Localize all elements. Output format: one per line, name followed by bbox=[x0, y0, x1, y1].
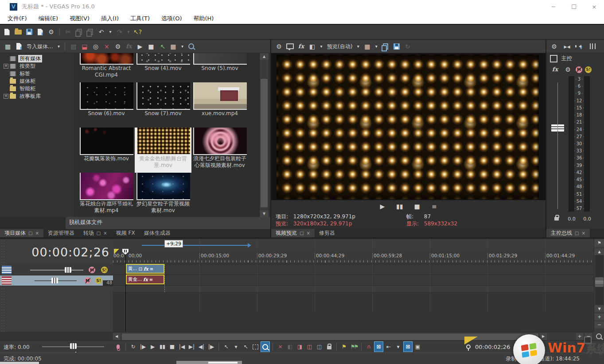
video-output-fx-icon[interactable]: fx bbox=[296, 41, 306, 52]
tab-转场[interactable]: 转场□× bbox=[79, 229, 112, 237]
remove-media-icon[interactable]: × bbox=[101, 41, 112, 52]
media-grid-scrollbar[interactable]: ▲ ▼ bbox=[259, 53, 269, 217]
master-solo-icon[interactable]: S! bbox=[585, 66, 592, 73]
lock-event-icon[interactable] bbox=[324, 341, 334, 352]
media-item[interactable]: 黄金金色炫酷舞台背景.mov bbox=[135, 128, 191, 173]
trim-end-icon[interactable]: ◨ bbox=[295, 341, 304, 352]
master-fader-handle[interactable] bbox=[551, 124, 564, 132]
selection-edit-tool-icon[interactable] bbox=[251, 341, 260, 352]
capture-video-icon[interactable]: ⬓ bbox=[79, 41, 90, 52]
media-item[interactable]: xue.mov.mp4 bbox=[191, 82, 248, 128]
preview-settings-icon[interactable]: ⚙ bbox=[274, 41, 284, 52]
audio-track-lane[interactable] bbox=[113, 275, 594, 286]
paste-icon[interactable] bbox=[85, 27, 95, 37]
media-thumbnail[interactable] bbox=[80, 173, 133, 200]
video-track-level-slider[interactable] bbox=[65, 267, 71, 273]
audio-track-volume-slider[interactable] bbox=[51, 278, 58, 283]
scrollbar-thumb[interactable] bbox=[261, 79, 268, 207]
media-bins-icon[interactable]: ▦ bbox=[3, 41, 13, 52]
media-thumbnail[interactable] bbox=[193, 128, 247, 155]
hscroll-right-icon[interactable]: ▶ bbox=[540, 333, 547, 340]
preview-quality-dropdown[interactable]: ▾ bbox=[355, 41, 361, 52]
track-scrollbar[interactable] bbox=[595, 255, 604, 305]
tab-媒体生成器[interactable]: 媒体生成器 bbox=[140, 229, 175, 237]
preview-menu-icon[interactable]: ≡ bbox=[429, 201, 440, 212]
cursor-time-value[interactable]: 00:00:02;26 bbox=[475, 344, 510, 350]
hscroll-thumb[interactable] bbox=[122, 333, 538, 340]
close-button[interactable]: × bbox=[591, 4, 598, 10]
tree-item-4[interactable]: 智能柜 bbox=[0, 85, 74, 93]
clip-fx-icon[interactable]: fx bbox=[143, 277, 148, 282]
open-project-icon[interactable] bbox=[13, 27, 23, 37]
track-scroll-up-icon[interactable]: ▲ bbox=[594, 248, 604, 255]
pause-icon[interactable]: ▮▮ bbox=[158, 341, 167, 352]
media-thumbnail[interactable] bbox=[193, 53, 247, 65]
pan-crop-icon[interactable]: ⊡ bbox=[139, 267, 142, 271]
media-thumbnail[interactable] bbox=[136, 53, 190, 65]
fader-lock-icon[interactable] bbox=[554, 217, 559, 221]
timeline-time-display[interactable]: 00:00:02;26 bbox=[31, 245, 109, 259]
menu-item-3[interactable]: 插入(I) bbox=[95, 13, 125, 24]
import-media-button[interactable]: 导入媒体... bbox=[25, 41, 55, 52]
pane-divider[interactable] bbox=[546, 40, 546, 237]
menu-item-4[interactable]: 工具(T) bbox=[125, 13, 156, 24]
play-from-start-icon[interactable]: |▶ bbox=[138, 341, 148, 352]
audio-track-menu-icon[interactable] bbox=[2, 276, 12, 285]
save-snapshot-icon[interactable] bbox=[391, 41, 401, 52]
views-dropdown[interactable]: ▾ bbox=[179, 41, 185, 52]
preview-pause-icon[interactable]: ▮▮ bbox=[395, 201, 405, 212]
track-scrollbar-thumb[interactable] bbox=[595, 277, 604, 287]
auto-crossfade-icon[interactable]: ⊠ bbox=[374, 341, 383, 352]
envelope-edit-tool-icon[interactable]: ↖ bbox=[241, 341, 250, 352]
search-media-icon[interactable] bbox=[186, 41, 196, 52]
timeline-marker-bar[interactable]: +9;29 bbox=[113, 239, 594, 249]
tree-item-5[interactable]: +故事板库 bbox=[0, 93, 74, 100]
copy-snapshot-icon[interactable] bbox=[380, 41, 390, 52]
video-track-lane[interactable] bbox=[113, 264, 594, 275]
tab-项目媒体[interactable]: 项目媒体□× bbox=[0, 229, 43, 237]
undo-icon[interactable]: ↶ bbox=[96, 27, 106, 37]
redo-dropdown[interactable]: ▾ bbox=[125, 27, 132, 37]
rate-slider-handle[interactable] bbox=[70, 343, 77, 349]
preview-play-icon[interactable]: ▶ bbox=[135, 41, 145, 52]
media-thumbnail[interactable] bbox=[193, 82, 247, 110]
next-frame-icon[interactable]: |▶ bbox=[207, 341, 216, 352]
tab-close-icon[interactable]: × bbox=[306, 231, 310, 236]
tab-主控总线[interactable]: 主控总线□× bbox=[546, 229, 590, 237]
track-scroll-down-icon[interactable]: ▼ bbox=[594, 306, 604, 312]
auto-ripple-icon[interactable]: ⇤ bbox=[384, 341, 393, 352]
track-zoom-out-icon[interactable]: − bbox=[594, 321, 604, 328]
options-gear-icon[interactable]: ⚙ bbox=[46, 27, 56, 37]
loop-playback-icon[interactable]: ↻ bbox=[402, 41, 413, 52]
tab-float-icon[interactable]: □ bbox=[575, 231, 579, 236]
ignore-grouping-icon[interactable]: ▣ bbox=[413, 341, 422, 352]
delete-icon[interactable]: × bbox=[276, 341, 285, 352]
menu-item-1[interactable]: 编辑(E) bbox=[33, 13, 64, 24]
audio-device-icon[interactable] bbox=[575, 41, 585, 52]
media-item[interactable]: Snow (5).mov bbox=[191, 53, 248, 82]
media-item[interactable]: Romantic Abstract CGI.mp4 bbox=[78, 53, 135, 82]
hscroll-left-icon[interactable]: ◀ bbox=[113, 333, 120, 340]
master-fx-icon[interactable]: fx bbox=[550, 64, 560, 75]
hover-scrub-icon[interactable]: ↖ bbox=[157, 41, 167, 52]
split-screen-dropdown[interactable]: ▾ bbox=[318, 41, 324, 52]
media-item[interactable]: Snow (6).mov bbox=[78, 82, 135, 128]
insert-marker-icon[interactable]: ⚑ bbox=[339, 341, 349, 352]
scroll-up-icon[interactable]: ▲ bbox=[260, 53, 269, 60]
shuffle-event-icon[interactable]: ◫ bbox=[315, 341, 324, 352]
import-media-dropdown[interactable]: ▾ bbox=[55, 41, 62, 52]
views-icon[interactable]: ▦ bbox=[168, 41, 178, 52]
tree-item-2[interactable]: 标签 bbox=[0, 70, 74, 77]
media-properties-icon[interactable]: ⚙ bbox=[113, 41, 123, 52]
loop-playback-icon[interactable]: ↻ bbox=[129, 341, 138, 352]
edit-tool-dropdown[interactable]: ▾ bbox=[231, 341, 241, 352]
cut-icon[interactable]: ✂ bbox=[63, 27, 73, 37]
new-project-icon[interactable] bbox=[2, 27, 12, 37]
extract-audio-icon[interactable]: ◎ bbox=[90, 41, 101, 52]
marker-tool-icon[interactable]: ⚑ bbox=[594, 239, 604, 247]
undo-dropdown[interactable]: ▾ bbox=[107, 27, 113, 37]
menu-item-2[interactable]: 视图(V) bbox=[64, 13, 95, 24]
tree-expander-icon[interactable]: + bbox=[4, 64, 8, 69]
clip-menu-icon[interactable]: ≡ bbox=[150, 267, 153, 271]
import-media-icon[interactable] bbox=[14, 41, 24, 52]
